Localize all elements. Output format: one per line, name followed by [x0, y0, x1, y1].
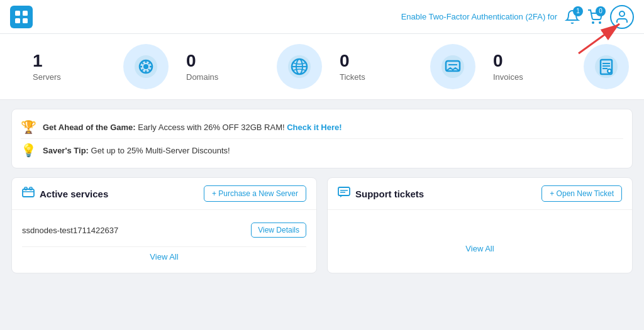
promo-icon-2: 💡 [21, 143, 36, 158]
view-details-button[interactable]: View Details [251, 223, 306, 238]
support-tickets-title: Support tickets [355, 189, 424, 199]
servers-label: Servers [33, 72, 61, 82]
card-title-area: Active services [22, 186, 108, 202]
cart-badge: 0 [596, 6, 606, 16]
top-nav: Enable Two-Factor Authentication (2FA) f… [0, 0, 644, 34]
svg-point-10 [143, 64, 148, 69]
support-tickets-icon [338, 186, 350, 202]
promo-text-1: Get Ahead of the Game: Early Access with… [43, 123, 342, 132]
tickets-icon-box [430, 44, 475, 89]
promo-text-2: Saver's Tip: Get up to 25% Multi-Server … [43, 146, 230, 155]
support-tickets-body: View All [328, 210, 632, 265]
stat-servers: 1 Servers [15, 52, 123, 82]
stat-tickets: 0 Tickets [322, 52, 430, 82]
nav-right: Enable Two-Factor Authentication (2FA) f… [401, 5, 634, 29]
promo-section: 🏆 Get Ahead of the Game: Early Access wi… [11, 109, 633, 168]
svg-rect-34 [23, 189, 34, 197]
purchase-new-server-button[interactable]: + Purchase a New Server [204, 185, 306, 202]
domains-label: Domains [186, 72, 218, 82]
service-row: ssdnodes-test1711422637 View Details [22, 219, 306, 241]
active-services-title: Active services [40, 189, 108, 199]
invoices-label: Invoices [493, 72, 523, 82]
twofa-text: Enable Two-Factor Authentication (2FA) f… [401, 12, 557, 21]
active-services-icon [22, 186, 35, 202]
active-services-header: Active services + Purchase a New Server [12, 178, 316, 210]
svg-rect-2 [15, 18, 20, 23]
stats-row: 1 Servers 0 Domains [0, 34, 644, 100]
svg-point-5 [599, 22, 601, 23]
service-name: ssdnodes-test1711422637 [22, 226, 118, 235]
support-tickets-header: Support tickets + Open New Ticket [328, 178, 632, 210]
domains-count: 0 [186, 52, 196, 70]
support-tickets-view-all[interactable]: View All [338, 239, 622, 256]
user-avatar-button[interactable] [610, 5, 634, 29]
svg-rect-37 [30, 187, 32, 190]
promo-link-1[interactable]: Check it Here! [287, 123, 341, 132]
tickets-label: Tickets [340, 72, 365, 82]
invoices-icon-box [584, 44, 629, 89]
logo-icon [10, 6, 33, 28]
svg-rect-0 [15, 11, 20, 16]
svg-rect-38 [338, 187, 350, 195]
servers-count: 1 [33, 52, 43, 70]
stat-domains: 0 Domains [169, 52, 277, 82]
nav-left [10, 6, 33, 28]
support-card-title-area: Support tickets [338, 186, 424, 202]
cards-row: Active services + Purchase a New Server … [11, 177, 633, 273]
svg-point-6 [619, 11, 625, 16]
support-tickets-card: Support tickets + Open New Ticket View A… [327, 177, 633, 273]
svg-rect-36 [25, 187, 27, 190]
svg-rect-1 [23, 11, 28, 16]
open-new-ticket-button[interactable]: + Open New Ticket [541, 185, 622, 202]
servers-icon-box [123, 44, 169, 89]
invoices-count: 0 [493, 52, 503, 70]
svg-point-23 [441, 55, 464, 78]
promo-row-1: 🏆 Get Ahead of the Game: Early Access wi… [21, 116, 623, 138]
active-services-card: Active services + Purchase a New Server … [11, 177, 317, 273]
active-services-body: ssdnodes-test1711422637 View Details Vie… [12, 210, 316, 273]
tickets-count: 0 [340, 52, 350, 70]
svg-rect-3 [23, 18, 28, 23]
stat-invoices: 0 Invoices [475, 52, 584, 82]
bell-badge: 1 [573, 6, 583, 16]
notification-bell[interactable]: 1 [565, 9, 580, 25]
svg-point-4 [592, 22, 594, 23]
promo-icon-1: 🏆 [21, 119, 36, 135]
active-services-view-all[interactable]: View All [22, 246, 306, 264]
promo-row-2: 💡 Saver's Tip: Get up to 25% Multi-Serve… [21, 138, 623, 162]
domains-icon-box [277, 44, 322, 89]
cart-icon[interactable]: 0 [587, 9, 602, 25]
